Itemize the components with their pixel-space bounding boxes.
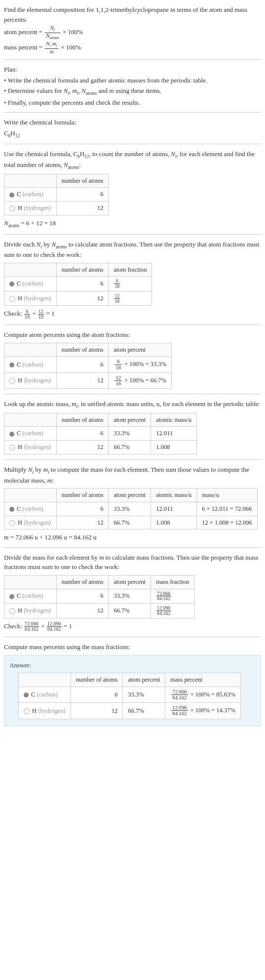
plan-bullet-1: • Write the chemical formula and gather … — [4, 76, 261, 85]
step5-block: Look up the atomic mass, mi, in unified … — [4, 399, 261, 454]
h-atom-pct: 66.7% — [109, 441, 151, 454]
col-n-atoms: number of atoms — [56, 413, 109, 427]
table-row: C (carbon) 6 — [4, 188, 109, 202]
s2a: Use the chemical formula, C — [4, 150, 77, 158]
step3-check: Check: 618 + 1218 = 1 — [4, 309, 261, 320]
r: × 100% = 66.7% — [123, 376, 166, 383]
elem-carbon: C (carbon) — [4, 357, 57, 372]
s3a: Divide each — [4, 241, 37, 248]
table-row: C (carbon) 6 33.3% 12.011 — [4, 427, 197, 441]
divider — [4, 459, 261, 460]
h-atoms: 12 — [56, 604, 109, 618]
table-row: C (carbon) 6 33.3% 12.011 6 × 12.011 = 7… — [4, 502, 258, 516]
table-row: H (hydrogen) 12 1218 × 100% = 66.7% — [4, 372, 172, 388]
h-name: (hydrogen) — [38, 707, 66, 714]
h-sym: H — [18, 204, 24, 211]
c-atoms: 6 — [71, 687, 123, 702]
elem-hydrogen: H (hydrogen) — [4, 291, 57, 306]
elem-carbon: C (carbon) — [19, 687, 71, 702]
c-atoms: 6 — [56, 502, 109, 516]
c-sym: C — [31, 691, 37, 698]
h-atomic-mass: 1.008 — [151, 516, 197, 530]
times-100: × 100% — [63, 28, 83, 36]
c-atom-pct: 618 × 100% = 33.3% — [109, 357, 172, 372]
table-row: H (hydrogen) 12 — [4, 202, 109, 215]
c-name: (carbon) — [22, 280, 43, 287]
d: 18 — [114, 381, 122, 386]
col-atom-pct: atom percent — [109, 343, 172, 357]
c-name: (carbon) — [22, 191, 43, 198]
table-header-row: number of atoms — [4, 174, 109, 188]
chkt: = 1 — [46, 310, 54, 317]
d: 84.162 — [171, 695, 188, 700]
c-atoms: 6 — [56, 277, 109, 291]
plan-title: Plan: — [4, 65, 261, 75]
divider — [4, 547, 261, 548]
h-atoms: 12 — [56, 372, 109, 388]
h-atom-pct: 66.7% — [123, 703, 165, 719]
plan-block: Plan: • Write the chemical formula and g… — [4, 65, 261, 107]
table-header-row: number of atoms atom percent mass percen… — [19, 673, 241, 687]
n: 6 — [114, 359, 122, 365]
col-atom-pct: atom percent — [109, 413, 151, 427]
step1-block: Write the chemical formula: C6H12 — [4, 118, 261, 139]
step2-table: number of atoms C (carbon) 6 H (hydrogen… — [4, 174, 109, 215]
table-header-row: number of atoms atom percent atomic mass… — [4, 489, 258, 502]
elem-carbon: C (carbon) — [4, 589, 57, 604]
c-atomic-mass: 12.011 — [151, 502, 197, 516]
elem-hydrogen: H (hydrogen) — [4, 372, 57, 388]
elem-hydrogen: H (hydrogen) — [19, 703, 71, 719]
h-atoms: 12 — [56, 516, 109, 530]
chk: Check: — [4, 622, 24, 630]
c-mass-pct: 72.06684.162 × 100% = 85.63% — [165, 687, 241, 702]
table-row: H (hydrogen) 12 66.7% 1.008 — [4, 441, 197, 454]
elem-hydrogen: H (hydrogen) — [4, 516, 57, 530]
step8-text: Compute mass percents using the mass fra… — [4, 642, 261, 652]
table-header-row: number of atoms atom percent — [4, 343, 172, 357]
table-row: H (hydrogen) 12 66.7% 12.09684.162 × 100… — [19, 703, 241, 719]
col-n-atoms: number of atoms — [56, 174, 109, 188]
r: × 100% = 85.63% — [189, 691, 235, 697]
d: 18 — [24, 315, 30, 320]
col-mass-u: mass/u — [197, 489, 258, 502]
r: × 100% = 14.37% — [189, 707, 235, 714]
answer-box: Answer: number of atoms atom percent mas… — [4, 655, 261, 727]
s2b: H — [80, 150, 84, 158]
s6a: Multiply — [4, 466, 28, 473]
h-atoms: 12 — [56, 291, 109, 306]
divider — [4, 59, 261, 60]
s2e: : — [79, 161, 81, 168]
c-atoms: 6 — [56, 357, 109, 372]
step6-block: Multiply Ni by mi to compute the mass fo… — [4, 465, 261, 542]
table-row: C (carbon) 6 618 × 100% = 33.3% — [4, 357, 172, 372]
h-name: (hydrogen) — [24, 444, 51, 450]
divider — [4, 394, 261, 394]
step6-sum: m = 72.066 u + 12.096 u = 84.162 u — [4, 532, 261, 542]
col-atom-pct: atom percent — [109, 575, 151, 589]
intro-block: Find the elemental composition for 1,1,2… — [4, 5, 261, 54]
h-sym: H — [18, 519, 24, 526]
h-mass-frac: 12.09684.162 — [151, 604, 194, 618]
plan-b2b: using these items. — [115, 87, 161, 94]
d: 18 — [114, 299, 120, 304]
s7a: Divide the mass for each element by — [4, 554, 99, 561]
chkt: = 1 — [64, 622, 72, 630]
h-sym: H — [18, 295, 24, 302]
mass-percent-label: mass percent = — [4, 43, 44, 51]
col-atomic-mass: atomic mass/u — [151, 489, 197, 502]
c-name: (carbon) — [22, 592, 43, 599]
table-row: H (hydrogen) 12 1218 — [4, 291, 152, 306]
h-name: (hydrogen) — [24, 519, 51, 526]
step4-text: Compute atom percents using the atom fra… — [4, 330, 261, 340]
col-atom-pct: atom percent — [109, 489, 151, 502]
col-atomic-mass: atomic mass/u — [151, 413, 197, 427]
table-row: H (hydrogen) 12 66.7% 1.008 12 × 1.008 =… — [4, 516, 258, 530]
s3b: by — [42, 241, 52, 248]
c-atoms: 6 — [56, 427, 109, 441]
h-atoms: 12 — [71, 703, 123, 719]
s2c: , to count the number of atoms, — [89, 150, 171, 158]
atom-percent-formula: atom percent = Ni Natoms × 100% — [4, 25, 261, 40]
h-atom-pct: 1218 × 100% = 66.7% — [109, 372, 172, 388]
times-100-b: × 100% — [61, 43, 81, 51]
table-header-row: number of atoms atom fraction — [4, 263, 152, 277]
